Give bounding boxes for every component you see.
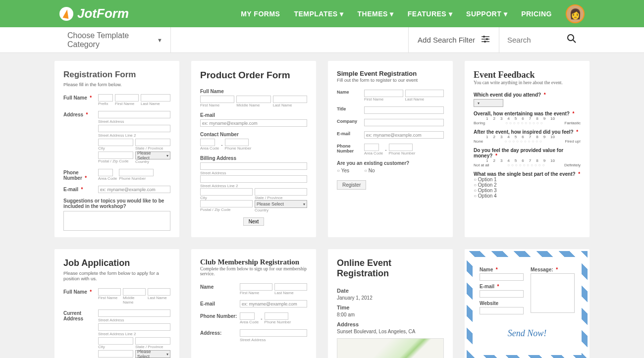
template-grid: Registration Form Please fill in the for…: [0, 53, 644, 358]
svg-point-1: [483, 36, 485, 38]
template-card-event-feedback[interactable]: Event Feedback You can write anything in…: [465, 61, 590, 237]
svg-point-6: [568, 35, 574, 41]
card-title: Online Event Registration: [337, 258, 444, 279]
input-phone[interactable]: [389, 144, 413, 151]
select-country[interactable]: Please Select: [255, 200, 307, 208]
label-phone: Phone Number *: [63, 169, 98, 181]
input-city[interactable]: [98, 337, 133, 345]
input-area[interactable]: [240, 312, 255, 320]
textarea-suggestions[interactable]: [63, 211, 170, 231]
input-first[interactable]: [364, 90, 403, 97]
sliders-svg: [481, 35, 490, 44]
add-search-filter-button[interactable]: Add Search Filter: [408, 27, 499, 52]
input-first[interactable]: [240, 283, 272, 291]
input-street[interactable]: [98, 111, 170, 118]
nav-features[interactable]: FEATURES ▾: [408, 10, 452, 18]
label-suggestions: Suggestions or topics you would like to …: [63, 198, 170, 209]
label-email: E-mail: [337, 131, 364, 139]
input-city[interactable]: [98, 139, 133, 146]
input-area[interactable]: [364, 144, 379, 151]
input-email[interactable]: [480, 290, 524, 298]
input-email[interactable]: ex: myname@example.com: [200, 119, 307, 127]
label-email: E-mail: [200, 300, 240, 307]
input-postal[interactable]: [200, 200, 253, 207]
search-input[interactable]: [507, 36, 547, 44]
input-first[interactable]: [98, 288, 121, 296]
nav-templates[interactable]: TEMPLATES ▾: [294, 10, 343, 18]
template-card-contact-striped[interactable]: Name * E-mail * Website Message: * Send …: [465, 249, 590, 358]
input-email[interactable]: ex: myname@example.com: [98, 186, 170, 193]
option-1[interactable]: Option 1: [474, 177, 581, 182]
input-street[interactable]: [98, 309, 170, 317]
input-city[interactable]: [200, 188, 253, 196]
logo-icon: [59, 7, 73, 21]
label-address: Address:: [200, 329, 240, 342]
option-3[interactable]: Option 3: [474, 188, 581, 193]
search-icon[interactable]: [567, 34, 577, 46]
input-last[interactable]: [274, 283, 307, 291]
radio-no[interactable]: No: [364, 168, 375, 173]
input-street2[interactable]: [98, 125, 170, 132]
sliders-icon: [481, 35, 490, 45]
card-title: Job Application: [63, 258, 170, 268]
input-phone[interactable]: [225, 139, 249, 146]
card-title: Registration Form: [63, 70, 170, 80]
label-email: E-mail *: [480, 284, 524, 289]
select-country[interactable]: Please Select: [135, 152, 170, 159]
input-postal[interactable]: [98, 350, 133, 358]
nav-pricing[interactable]: PRICING: [521, 10, 552, 18]
input-prefix[interactable]: [98, 94, 113, 102]
input-state[interactable]: [135, 337, 170, 345]
input-phone[interactable]: [265, 312, 288, 320]
input-area[interactable]: [98, 169, 113, 176]
card-subtitle: Please complete the form below to apply …: [63, 270, 170, 281]
input-middle[interactable]: [236, 96, 270, 103]
input-website[interactable]: [480, 307, 524, 314]
input-last[interactable]: [141, 94, 170, 102]
input-first[interactable]: [200, 96, 234, 103]
input-state[interactable]: [135, 139, 170, 146]
template-card-job-application[interactable]: Job Application Please complete the form…: [54, 249, 179, 358]
send-now-button[interactable]: Send Now!: [475, 328, 580, 339]
input-email[interactable]: ex: myname@example.com: [240, 300, 307, 307]
nav-themes[interactable]: THEMES ▾: [358, 10, 394, 18]
input-company[interactable]: [364, 119, 444, 126]
template-card-club-membership[interactable]: Club Membership Registration Complete th…: [191, 249, 316, 358]
input-last[interactable]: [148, 288, 170, 296]
input-message[interactable]: [531, 273, 575, 313]
template-card-online-event[interactable]: Online Event Registration Date January 1…: [328, 249, 453, 358]
input-phone[interactable]: [119, 169, 154, 176]
input-last[interactable]: [273, 96, 307, 103]
input-middle[interactable]: [123, 288, 146, 296]
input-title[interactable]: [364, 106, 444, 114]
select-country[interactable]: Please Select: [135, 350, 170, 358]
template-card-simple-event[interactable]: Simple Event Registration Fill out the f…: [328, 61, 453, 237]
register-button[interactable]: Register: [337, 180, 366, 190]
user-avatar[interactable]: 👩: [566, 4, 585, 23]
label-fullname: Full Name *: [63, 94, 98, 106]
template-card-registration[interactable]: Registration Form Please fill in the for…: [54, 61, 179, 237]
input-first[interactable]: [115, 94, 139, 102]
radio-yes[interactable]: Yes: [337, 168, 349, 173]
brand-logo[interactable]: JotForm: [59, 6, 129, 21]
select-event[interactable]: [474, 99, 503, 107]
input-street[interactable]: [240, 329, 307, 337]
input-email[interactable]: ex: myname@example.com: [364, 131, 444, 139]
input-area[interactable]: [200, 139, 215, 146]
input-last[interactable]: [405, 90, 444, 97]
nav-my-forms[interactable]: MY FORMS: [241, 10, 280, 18]
template-card-product-order[interactable]: Product Order Form Full Name First Name …: [191, 61, 316, 237]
q2: Overall, how entertaining was the event?…: [474, 111, 581, 116]
option-4[interactable]: Option 4: [474, 193, 581, 199]
input-name[interactable]: [480, 273, 524, 281]
input-street2[interactable]: [98, 323, 170, 331]
nav-support[interactable]: SUPPORT ▾: [466, 10, 507, 18]
input-postal[interactable]: [98, 152, 133, 159]
template-category-dropdown[interactable]: Choose Template Category ▼: [59, 27, 171, 52]
card-subtitle: Fill out the form to register to our eve…: [337, 77, 444, 83]
input-street[interactable]: [200, 162, 307, 170]
input-street2[interactable]: [200, 175, 307, 183]
next-button[interactable]: Next: [243, 217, 265, 226]
option-2[interactable]: Option 2: [474, 182, 581, 188]
input-state[interactable]: [255, 188, 307, 196]
